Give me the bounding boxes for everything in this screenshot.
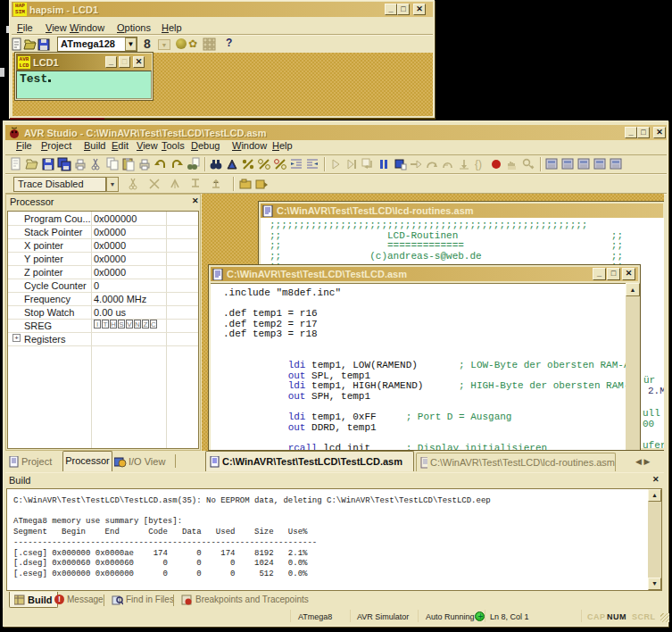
svg-text:{): {)	[475, 158, 482, 170]
